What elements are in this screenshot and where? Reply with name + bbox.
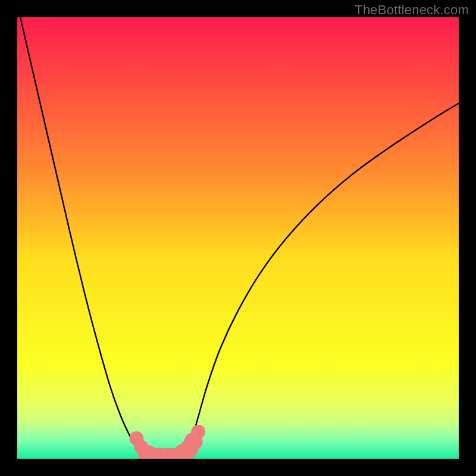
- watermark-text: TheBottleneck.com: [355, 2, 469, 18]
- gradient-background: [17, 17, 459, 459]
- chart-canvas: [17, 17, 459, 459]
- marker-dot: [191, 425, 205, 439]
- chart-svg: [17, 17, 459, 459]
- outer-frame: TheBottleneck.com: [0, 0, 476, 476]
